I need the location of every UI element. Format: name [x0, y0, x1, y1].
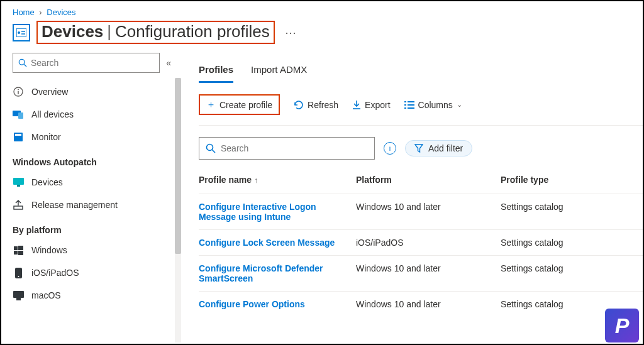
svg-rect-10: [18, 112, 23, 119]
svg-point-31: [207, 145, 213, 151]
table-row[interactable]: Configure Lock Screen Message iOS/iPadOS…: [199, 230, 643, 256]
table-row[interactable]: Configure Power Options Windows 10 and l…: [199, 292, 643, 317]
profile-link[interactable]: Configure Lock Screen Message: [199, 230, 356, 256]
title-primary: Devices: [42, 22, 103, 41]
sidebar-item-windows[interactable]: Windows: [13, 239, 171, 261]
export-button[interactable]: Export: [352, 100, 390, 110]
main-content: Profiles Import ADMX ＋ Create profile Re…: [182, 53, 643, 342]
tabs: Profiles Import ADMX: [199, 64, 643, 83]
blade-icon: [13, 24, 30, 41]
sidebar: « Overview All devices Monitor Windows A…: [1, 53, 182, 342]
desktop-icon: [13, 291, 24, 300]
svg-rect-19: [18, 251, 23, 255]
download-icon: [352, 100, 361, 110]
page-title: Devices | Configuration profiles: [36, 21, 275, 44]
pill-label: Add filter: [428, 143, 463, 153]
sidebar-search[interactable]: [13, 53, 160, 73]
add-filter-button[interactable]: Add filter: [405, 140, 472, 156]
profiles-table: Profile name ↑ Platform Profile type Con…: [199, 170, 643, 317]
windows-icon: [13, 246, 24, 255]
chevron-right-icon: ›: [39, 8, 42, 17]
button-label: Export: [365, 100, 390, 110]
tab-profiles[interactable]: Profiles: [199, 64, 233, 83]
title-secondary: Configuration profiles: [115, 22, 270, 41]
sidebar-item-label: macOS: [31, 290, 61, 300]
svg-point-7: [18, 89, 19, 90]
devices-icon: [13, 110, 24, 119]
col-profile-type[interactable]: Profile type: [501, 170, 643, 194]
sidebar-item-ios[interactable]: iOS/iPadOS: [13, 261, 171, 284]
table-search-input[interactable]: [221, 143, 368, 153]
svg-point-4: [19, 59, 25, 65]
button-label: Create profile: [219, 100, 272, 110]
sidebar-item-label: Overview: [31, 87, 68, 97]
sidebar-section-platform: By platform: [13, 225, 171, 235]
tab-import-admx[interactable]: Import ADMX: [251, 64, 307, 83]
svg-rect-13: [13, 178, 24, 185]
columns-button[interactable]: Columns ⌄: [404, 100, 462, 110]
svg-rect-12: [15, 134, 21, 136]
svg-rect-18: [14, 251, 18, 255]
sidebar-item-label: Windows: [31, 245, 67, 255]
screen-icon: [13, 178, 24, 187]
sidebar-item-macos[interactable]: macOS: [13, 284, 171, 307]
table-row[interactable]: Configure Microsoft Defender SmartScreen…: [199, 256, 643, 292]
info-icon: [13, 87, 24, 97]
toolbar: ＋ Create profile Refresh Export Columns: [199, 94, 643, 126]
profile-link[interactable]: Configure Interactive Logon Message usin…: [199, 194, 356, 230]
refresh-button[interactable]: Refresh: [294, 100, 338, 110]
cell-platform: Windows 10 and later: [356, 256, 501, 292]
sidebar-item-label: All devices: [31, 109, 74, 119]
svg-rect-22: [13, 291, 24, 298]
svg-point-21: [18, 276, 19, 277]
button-label: Columns: [418, 100, 453, 110]
search-icon: [206, 143, 216, 153]
profile-link[interactable]: Configure Microsoft Defender SmartScreen: [199, 256, 356, 292]
sidebar-item-label: Devices: [31, 177, 63, 187]
search-icon: [18, 58, 27, 67]
sidebar-item-autopatch-devices[interactable]: Devices: [13, 171, 171, 194]
profile-link[interactable]: Configure Power Options: [199, 292, 356, 317]
breadcrumb-devices[interactable]: Devices: [47, 8, 75, 17]
sidebar-item-overview[interactable]: Overview: [13, 80, 171, 103]
plus-icon: ＋: [206, 99, 216, 111]
cell-platform: iOS/iPadOS: [356, 230, 501, 256]
sidebar-item-label: Monitor: [31, 132, 61, 142]
cell-type: Settings catalog: [501, 230, 643, 256]
table-row[interactable]: Configure Interactive Logon Message usin…: [199, 194, 643, 230]
col-platform[interactable]: Platform: [356, 170, 501, 194]
sidebar-scrollbar[interactable]: [175, 78, 181, 254]
svg-rect-16: [14, 246, 18, 250]
svg-rect-15: [14, 206, 23, 209]
button-label: Refresh: [308, 100, 338, 110]
filter-icon: [414, 144, 423, 153]
sidebar-section-autopatch: Windows Autopatch: [13, 157, 171, 167]
svg-rect-17: [18, 246, 23, 250]
sidebar-item-release-management[interactable]: Release management: [13, 194, 171, 216]
info-icon[interactable]: i: [384, 142, 396, 155]
columns-icon: [404, 101, 414, 109]
create-profile-button[interactable]: ＋ Create profile: [199, 94, 280, 115]
monitor-icon: [13, 132, 24, 142]
sort-asc-icon: ↑: [254, 176, 258, 185]
sidebar-item-monitor[interactable]: Monitor: [13, 126, 171, 148]
cell-type: Settings catalog: [501, 256, 643, 292]
watermark-logo: P: [605, 309, 639, 342]
more-icon[interactable]: ⋯: [281, 26, 296, 40]
cell-type: Settings catalog: [501, 194, 643, 230]
svg-rect-23: [16, 298, 21, 300]
col-profile-name[interactable]: Profile name ↑: [199, 170, 356, 194]
cell-platform: Windows 10 and later: [356, 292, 501, 317]
svg-line-5: [24, 64, 26, 67]
sidebar-item-label: Release management: [31, 200, 118, 210]
refresh-icon: [294, 100, 304, 110]
svg-rect-14: [17, 185, 20, 187]
sidebar-item-all-devices[interactable]: All devices: [13, 103, 171, 126]
collapse-sidebar-icon[interactable]: «: [166, 58, 171, 68]
table-search[interactable]: [199, 137, 375, 160]
upload-icon: [13, 200, 24, 210]
sidebar-search-input[interactable]: [31, 58, 154, 68]
cell-platform: Windows 10 and later: [356, 194, 501, 230]
breadcrumb-home[interactable]: Home: [13, 8, 35, 17]
svg-point-1: [18, 31, 20, 34]
